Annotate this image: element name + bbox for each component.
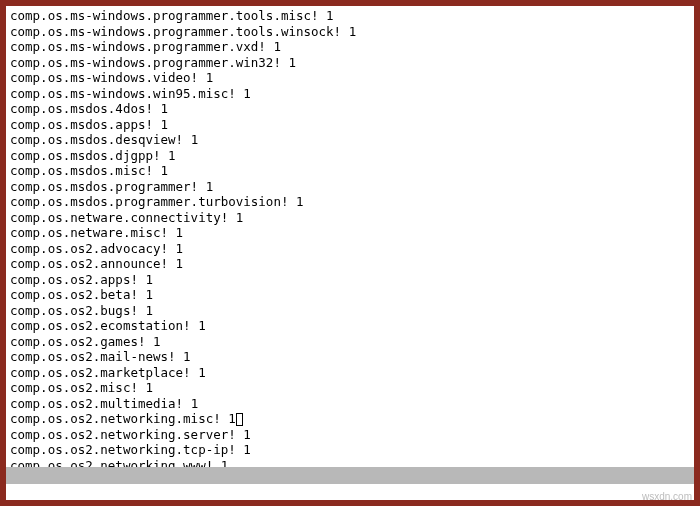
newsgroup-name: comp.os.msdos.programmer.turbovision! xyxy=(10,194,288,209)
newsgroup-value: 1 xyxy=(296,194,304,209)
newsgroup-value: 1 xyxy=(206,70,214,85)
newsgroup-row[interactable]: comp.os.msdos.desqview! 1 xyxy=(10,132,690,148)
editor-frame: comp.os.ms-windows.programmer.tools.misc… xyxy=(6,6,694,500)
newsgroup-value: 1 xyxy=(176,256,184,271)
newsgroup-name: comp.os.os2.advocacy! xyxy=(10,241,168,256)
newsgroup-name: comp.os.msdos.apps! xyxy=(10,117,153,132)
newsgroup-value: 1 xyxy=(221,458,229,468)
newsgroup-name: comp.os.os2.mail-news! xyxy=(10,349,176,364)
newsgroup-row[interactable]: comp.os.netware.misc! 1 xyxy=(10,225,690,241)
newsgroup-name: comp.os.msdos.programmer! xyxy=(10,179,198,194)
newsgroup-value: 1 xyxy=(176,225,184,240)
newsgroup-row[interactable]: comp.os.os2.networking.server! 1 xyxy=(10,427,690,443)
newsgroup-name: comp.os.os2.bugs! xyxy=(10,303,138,318)
newsgroup-value: 1 xyxy=(206,179,214,194)
newsgroup-name: comp.os.os2.games! xyxy=(10,334,145,349)
newsgroup-name: comp.os.os2.misc! xyxy=(10,380,138,395)
newsgroup-name: comp.os.msdos.misc! xyxy=(10,163,153,178)
newsgroup-name: comp.os.msdos.4dos! xyxy=(10,101,153,116)
newsgroup-name: comp.os.msdos.djgpp! xyxy=(10,148,161,163)
newsgroup-name: comp.os.msdos.desqview! xyxy=(10,132,183,147)
newsgroup-value: 1 xyxy=(145,380,153,395)
newsgroup-row[interactable]: comp.os.os2.networking.misc! 1 xyxy=(10,411,690,427)
newsgroup-value: 1 xyxy=(145,303,153,318)
newsgroup-name: comp.os.netware.misc! xyxy=(10,225,168,240)
newsgroup-name: comp.os.os2.marketplace! xyxy=(10,365,191,380)
text-buffer[interactable]: comp.os.ms-windows.programmer.tools.misc… xyxy=(6,6,694,467)
newsgroup-name: comp.os.os2.networking.tcp-ip! xyxy=(10,442,236,457)
newsgroup-value: 1 xyxy=(183,349,191,364)
newsgroup-row[interactable]: comp.os.os2.marketplace! 1 xyxy=(10,365,690,381)
newsgroup-row[interactable]: comp.os.os2.advocacy! 1 xyxy=(10,241,690,257)
newsgroup-name: comp.os.os2.announce! xyxy=(10,256,168,271)
newsgroup-value: 1 xyxy=(153,334,161,349)
newsgroup-row[interactable]: comp.os.os2.beta! 1 xyxy=(10,287,690,303)
newsgroup-value: 1 xyxy=(168,148,176,163)
newsgroup-name: comp.os.os2.networking.misc! xyxy=(10,411,221,426)
newsgroup-row[interactable]: comp.os.os2.networking.www! 1 xyxy=(10,458,690,468)
newsgroup-row[interactable]: comp.os.os2.apps! 1 xyxy=(10,272,690,288)
newsgroup-name: comp.os.ms-windows.programmer.tools.wins… xyxy=(10,24,341,39)
newsgroup-row[interactable]: comp.os.msdos.programmer! 1 xyxy=(10,179,690,195)
newsgroup-name: comp.os.ms-windows.programmer.tools.misc… xyxy=(10,8,319,23)
newsgroup-value: 1 xyxy=(326,8,334,23)
newsgroup-row[interactable]: comp.os.os2.bugs! 1 xyxy=(10,303,690,319)
newsgroup-name: comp.os.os2.apps! xyxy=(10,272,138,287)
newsgroup-name: comp.os.os2.networking.www! xyxy=(10,458,213,468)
newsgroup-name: comp.os.ms-windows.programmer.win32! xyxy=(10,55,281,70)
newsgroup-value: 1 xyxy=(161,163,169,178)
newsgroup-row[interactable]: comp.os.msdos.apps! 1 xyxy=(10,117,690,133)
newsgroup-name: comp.os.ms-windows.programmer.vxd! xyxy=(10,39,266,54)
newsgroup-value: 1 xyxy=(236,210,244,225)
newsgroup-value: 1 xyxy=(349,24,357,39)
newsgroup-value: 1 xyxy=(161,101,169,116)
newsgroup-value: 1 xyxy=(145,272,153,287)
newsgroup-row[interactable]: comp.os.ms-windows.programmer.tools.wins… xyxy=(10,24,690,40)
newsgroup-row[interactable]: comp.os.ms-windows.programmer.win32! 1 xyxy=(10,55,690,71)
newsgroup-row[interactable]: comp.os.os2.misc! 1 xyxy=(10,380,690,396)
newsgroup-value: 1 xyxy=(191,132,199,147)
newsgroup-row[interactable]: comp.os.ms-windows.video! 1 xyxy=(10,70,690,86)
watermark: wsxdn.com xyxy=(642,489,692,505)
newsgroup-name: comp.os.os2.networking.server! xyxy=(10,427,236,442)
newsgroup-value: 1 xyxy=(243,427,251,442)
newsgroup-value: 1 xyxy=(228,411,236,426)
mode-line: -:--- .newsrc 41% L1416 (Fundamental Und… xyxy=(6,467,694,484)
newsgroup-row[interactable]: comp.os.ms-windows.programmer.tools.misc… xyxy=(10,8,690,24)
newsgroup-name: comp.os.os2.beta! xyxy=(10,287,138,302)
newsgroup-row[interactable]: comp.os.msdos.programmer.turbovision! 1 xyxy=(10,194,690,210)
newsgroup-row[interactable]: comp.os.os2.multimedia! 1 xyxy=(10,396,690,412)
newsgroup-row[interactable]: comp.os.ms-windows.win95.misc! 1 xyxy=(10,86,690,102)
newsgroup-value: 1 xyxy=(145,287,153,302)
newsgroup-row[interactable]: comp.os.os2.announce! 1 xyxy=(10,256,690,272)
newsgroup-name: comp.os.ms-windows.win95.misc! xyxy=(10,86,236,101)
newsgroup-value: 1 xyxy=(273,39,281,54)
newsgroup-row[interactable]: comp.os.msdos.djgpp! 1 xyxy=(10,148,690,164)
newsgroup-value: 1 xyxy=(198,318,206,333)
minibuffer[interactable] xyxy=(6,484,694,500)
newsgroup-value: 1 xyxy=(176,241,184,256)
newsgroup-name: comp.os.os2.ecomstation! xyxy=(10,318,191,333)
newsgroup-row[interactable]: comp.os.ms-windows.programmer.vxd! 1 xyxy=(10,39,690,55)
newsgroup-row[interactable]: comp.os.msdos.misc! 1 xyxy=(10,163,690,179)
newsgroup-name: comp.os.ms-windows.video! xyxy=(10,70,198,85)
newsgroup-value: 1 xyxy=(161,117,169,132)
newsgroup-value: 1 xyxy=(243,86,251,101)
newsgroup-row[interactable]: comp.os.msdos.4dos! 1 xyxy=(10,101,690,117)
newsgroup-row[interactable]: comp.os.os2.ecomstation! 1 xyxy=(10,318,690,334)
newsgroup-name: comp.os.netware.connectivity! xyxy=(10,210,228,225)
newsgroup-row[interactable]: comp.os.netware.connectivity! 1 xyxy=(10,210,690,226)
newsgroup-row[interactable]: comp.os.os2.networking.tcp-ip! 1 xyxy=(10,442,690,458)
text-cursor xyxy=(236,413,243,426)
newsgroup-name: comp.os.os2.multimedia! xyxy=(10,396,183,411)
newsgroup-value: 1 xyxy=(243,442,251,457)
newsgroup-value: 1 xyxy=(288,55,296,70)
newsgroup-row[interactable]: comp.os.os2.mail-news! 1 xyxy=(10,349,690,365)
newsgroup-value: 1 xyxy=(198,365,206,380)
newsgroup-value: 1 xyxy=(191,396,199,411)
newsgroup-row[interactable]: comp.os.os2.games! 1 xyxy=(10,334,690,350)
